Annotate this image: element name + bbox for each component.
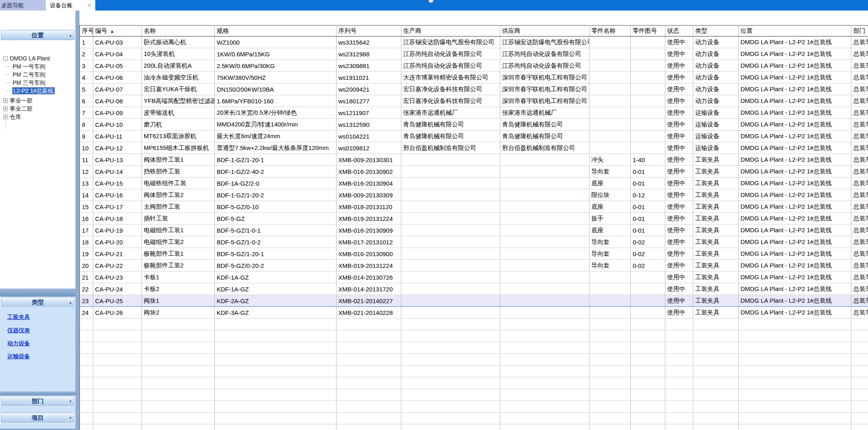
table-cell[interactable]: 23 <box>80 295 93 307</box>
table-row[interactable]: 1CA-PU-03卧式振动离心机WZ1000ws3315642江苏锡安达防爆电气… <box>80 36 868 48</box>
table-cell[interactable]: 使用中 <box>665 225 693 236</box>
table-cell[interactable]: 动力设备 <box>693 60 738 72</box>
table-cell[interactable] <box>589 272 630 283</box>
table-cell[interactable]: CA-PU-16 <box>93 189 141 201</box>
table-cell[interactable]: 总装车 <box>851 142 868 154</box>
table-row[interactable]: 21CA-PU-23卡板1KDF-1A-GZXMB-014-20130726使用… <box>80 272 868 283</box>
table-cell[interactable]: 工装夹具 <box>693 272 738 283</box>
table-cell[interactable]: 导向套 <box>589 248 630 260</box>
table-cell[interactable]: CA-PU-25 <box>93 295 141 307</box>
table-cell[interactable]: XMB-014-20130726 <box>336 272 401 283</box>
table-cell[interactable]: CA-PU-17 <box>93 201 141 213</box>
table-cell[interactable]: 邢台佰盈机械制造有限公司 <box>500 142 589 154</box>
table-cell[interactable]: 10头灌装机 <box>141 48 214 60</box>
collapse-minus-icon[interactable]: - <box>3 56 8 61</box>
table-cell[interactable]: 2.5KW/0.6MPa/30KG <box>214 60 336 72</box>
table-row[interactable]: 9CA-PU-11MT6213双面涂胶机最大长度6m/速度24mmws01042… <box>80 130 868 142</box>
tree-item-root[interactable]: -DMDG LA Plant <box>3 54 50 62</box>
table-cell[interactable]: KDF-2A-GZ <box>214 295 336 307</box>
table-cell[interactable]: 17 <box>80 225 93 236</box>
table-cell[interactable] <box>500 307 589 319</box>
table-cell[interactable]: 总装车 <box>851 36 868 48</box>
sidebar-table-splitter[interactable] <box>75 11 79 430</box>
table-cell[interactable]: BDF-5-GZ/1-20-1 <box>214 248 336 260</box>
table-cell[interactable]: 使用中 <box>665 60 693 72</box>
tree-item-label[interactable]: 事业一部 <box>10 97 32 104</box>
table-cell[interactable]: CA-PU-08 <box>93 95 141 107</box>
table-cell[interactable]: 张家港市远通机械厂 <box>401 107 500 119</box>
table-cell[interactable]: 总装车 <box>851 130 868 142</box>
collapse-arrow-icon[interactable]: ▾ <box>69 413 71 423</box>
table-cell[interactable]: 使用中 <box>665 272 693 283</box>
table-cell[interactable]: MMD4200直刃/转速1400r/min <box>214 119 336 130</box>
type-link-transport-equipment[interactable]: 运输设备 <box>7 353 30 360</box>
expand-plus-icon[interactable]: + <box>3 98 8 103</box>
table-cell[interactable]: 总装车 <box>851 154 868 166</box>
table-cell[interactable]: 使用中 <box>665 260 693 272</box>
table-cell[interactable]: 导向套 <box>589 166 630 178</box>
table-cell[interactable]: 总装车 <box>851 95 868 107</box>
tree-item-division2[interactable]: +事业二部 <box>3 105 32 112</box>
table-row[interactable]: 12CA-PU-14挡铁部件工装BDF-1-GZ/2-40-2XMB-016-2… <box>80 166 868 178</box>
table-cell[interactable]: 油冷永磁变频空压机 <box>141 72 214 83</box>
table-cell[interactable] <box>589 36 630 48</box>
table-cell[interactable] <box>630 142 665 154</box>
table-cell[interactable]: 24 <box>80 307 93 319</box>
table-cell[interactable]: BDF-5-GZ/1-0-2 <box>214 236 336 248</box>
table-cell[interactable] <box>401 225 500 236</box>
table-cell[interactable]: 总装车 <box>851 119 868 130</box>
table-cell[interactable]: 宏日嘉净化设备科技有限公司 <box>401 95 500 107</box>
table-cell[interactable] <box>630 119 665 130</box>
table-cell[interactable]: 工装夹具 <box>693 248 738 260</box>
table-cell[interactable]: 阀块2 <box>141 307 214 319</box>
table-cell[interactable]: ws0109812 <box>336 142 401 154</box>
table-cell[interactable]: 总装车 <box>851 295 868 307</box>
table-cell[interactable]: 青岛健隆机械有限公司 <box>500 130 589 142</box>
table-cell[interactable]: 使用中 <box>665 236 693 248</box>
table-cell[interactable]: 1-40 <box>630 154 665 166</box>
table-cell[interactable]: DMDG LA Plant - L2-P2 1#总装线 <box>738 295 851 307</box>
table-cell[interactable]: DMDG LA Plant - L2-P2 1#总装线 <box>738 307 851 319</box>
table-cell[interactable]: 电磁组件工装1 <box>141 225 214 236</box>
table-cell[interactable]: 21 <box>80 272 93 283</box>
table-cell[interactable]: 卧式振动离心机 <box>141 36 214 48</box>
empty-row[interactable] <box>80 377 868 389</box>
table-cell[interactable]: 极靴部件工装2 <box>141 260 214 272</box>
table-cell[interactable]: 5 <box>80 83 93 95</box>
table-cell[interactable]: 14 <box>80 189 93 201</box>
table-cell[interactable]: MT6213双面涂胶机 <box>141 130 214 142</box>
table-cell[interactable]: ws1801277 <box>336 95 401 107</box>
table-cell[interactable]: 使用中 <box>665 166 693 178</box>
table-cell[interactable]: CA-PU-09 <box>93 107 141 119</box>
table-cell[interactable] <box>589 142 630 154</box>
table-cell[interactable]: KDF-3A-GZ <box>214 307 336 319</box>
table-cell[interactable]: DMDG LA Plant - L2-P2 1#总装线 <box>738 283 851 295</box>
table-cell[interactable] <box>500 295 589 307</box>
column-header-12[interactable]: 部门 <box>851 26 868 36</box>
table-cell[interactable]: 青岛健隆机械有限公司 <box>401 130 500 142</box>
table-cell[interactable]: XMB-017-20131012 <box>336 236 401 248</box>
table-cell[interactable]: CA-PU-03 <box>93 36 141 48</box>
table-cell[interactable] <box>589 130 630 142</box>
table-cell[interactable]: 江苏尚纯自动化设备有限公司 <box>401 48 500 60</box>
table-cell[interactable] <box>630 36 665 48</box>
table-row[interactable]: 6CA-PU-08YFB高端简配型精密过滤器1.6MPa/YFB010-160w… <box>80 95 868 107</box>
table-cell[interactable]: YFB高端简配型精密过滤器 <box>141 95 214 107</box>
table-cell[interactable]: 工装夹具 <box>693 154 738 166</box>
table-cell[interactable] <box>401 307 500 319</box>
table-cell[interactable]: MP6155细木工板拼板机 <box>141 142 214 154</box>
empty-row[interactable] <box>80 413 868 424</box>
table-cell[interactable]: 江苏锡安达防爆电气股份有限公司 <box>401 36 500 48</box>
table-cell[interactable]: 20米长/1米宽/0.5米/分钟/绿色 <box>214 107 336 119</box>
table-cell[interactable]: 工装夹具 <box>693 213 738 225</box>
table-cell[interactable]: 10 <box>80 142 93 154</box>
table-cell[interactable]: 阀体部件工装2 <box>141 189 214 201</box>
table-cell[interactable]: 使用中 <box>665 178 693 189</box>
table-cell[interactable] <box>589 283 630 295</box>
table-cell[interactable]: 9 <box>80 130 93 142</box>
table-cell[interactable]: 0-01 <box>630 201 665 213</box>
table-cell[interactable]: DMDG LA Plant - L2-P2 1#总装线 <box>738 166 851 178</box>
table-cell[interactable]: XMB-016-20130900 <box>336 248 401 260</box>
expand-plus-icon[interactable]: + <box>3 107 8 111</box>
table-cell[interactable]: KDF-1A-GZ <box>214 283 336 295</box>
